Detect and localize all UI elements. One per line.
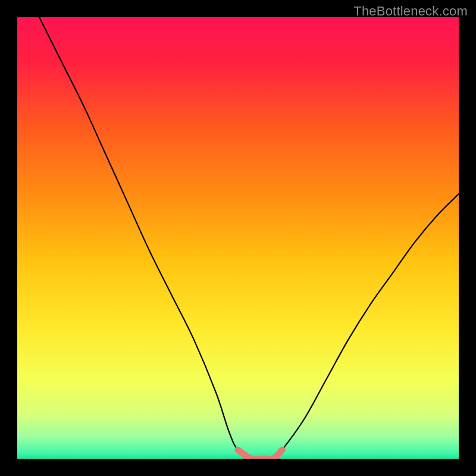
plot-area [17,17,459,459]
bottleneck-curve [17,17,459,459]
chart-frame: TheBottleneck.com [0,0,476,476]
watermark-text: TheBottleneck.com [353,4,468,19]
